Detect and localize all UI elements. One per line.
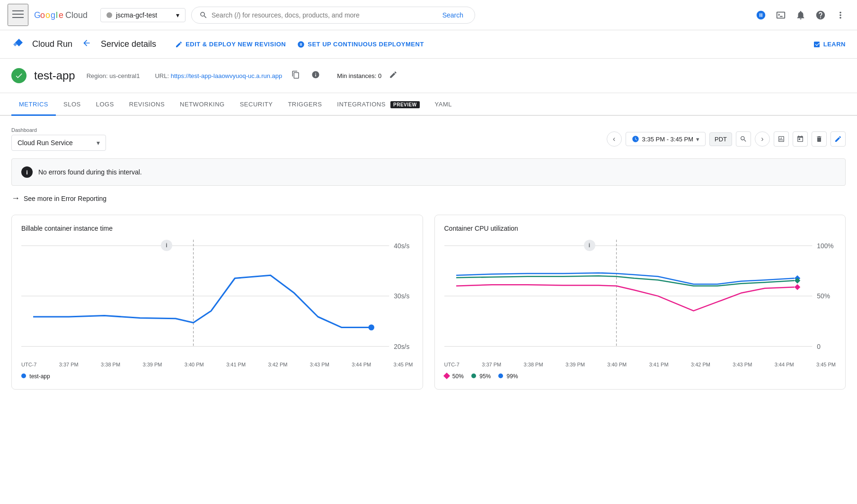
cpu-chart-info-button[interactable]: i xyxy=(584,240,595,251)
service-url-label: URL: https://test-app-laaowvyuoq-uc.a.ru… xyxy=(155,72,282,79)
cloud-run-logo: Cloud Run xyxy=(11,37,72,52)
nav-icons xyxy=(752,6,849,24)
info-button[interactable] xyxy=(309,69,322,83)
svg-point-14 xyxy=(368,324,374,330)
svg-text:Cloud: Cloud xyxy=(65,10,88,20)
svg-text:o: o xyxy=(45,10,50,20)
line50-end xyxy=(794,284,800,290)
svg-text:G: G xyxy=(34,10,41,20)
service-name: test-app xyxy=(34,69,75,82)
learn-button[interactable]: LEARN xyxy=(813,41,846,48)
svg-text:0: 0 xyxy=(817,343,821,350)
service-status-icon xyxy=(11,68,27,83)
info-icon-circle: i xyxy=(21,166,33,178)
page-title: Service details xyxy=(101,39,156,49)
dashboard-select[interactable]: Cloud Run Service ▾ xyxy=(11,135,106,151)
error-reporting-label: See more in Error Reporting xyxy=(24,195,106,202)
cloud-run-title: Cloud Run xyxy=(32,39,72,49)
cpu-chart-card: Container CPU utilization i xyxy=(434,215,846,390)
tab-revisions[interactable]: REVISIONS xyxy=(122,94,172,116)
tab-security[interactable]: SECURITY xyxy=(232,94,281,116)
cpu-chart-title: Container CPU utilization xyxy=(444,225,836,232)
charts-row: Billable container instance time i 40s/s xyxy=(11,215,846,390)
edit-deploy-button[interactable]: EDIT & DEPLOY NEW REVISION xyxy=(175,41,286,48)
service-info-bar: test-app Region: us-central1 URL: https:… xyxy=(0,59,857,93)
cpu-chart-area: i xyxy=(444,240,836,367)
time-range-value: 3:35 PM - 3:45 PM xyxy=(642,136,693,143)
tab-yaml[interactable]: YAML xyxy=(427,94,459,116)
notifications-button[interactable] xyxy=(792,6,810,24)
service-header: Cloud Run Service details EDIT & DEPLOY … xyxy=(0,30,857,59)
time-next-button[interactable]: › xyxy=(755,131,770,147)
preview-badge: PREVIEW xyxy=(390,101,420,108)
search-bar[interactable]: Search xyxy=(191,7,475,24)
top-navigation: G o o g l e Cloud jscma-gcf-test ▾ Searc… xyxy=(0,0,857,30)
legend-diamond-50 xyxy=(443,373,450,379)
cpu-x-labels: UTC-7 3:37 PM 3:38 PM 3:39 PM 3:40 PM 3:… xyxy=(444,362,836,367)
time-controls: ‹ 3:35 PM - 3:45 PM ▾ PDT › xyxy=(607,131,846,147)
zoom-button[interactable] xyxy=(736,131,751,147)
project-dot xyxy=(106,12,112,18)
dashboard-selector-wrapper: Dashboard Cloud Run Service ▾ xyxy=(11,127,106,151)
tab-networking[interactable]: NETWORKING xyxy=(172,94,232,116)
service-url-link[interactable]: https://test-app-laaowvyuoq-uc.a.run.app xyxy=(171,72,283,79)
google-cloud-logo: G o o g l e Cloud xyxy=(34,9,91,21)
dashboard-controls: Dashboard Cloud Run Service ▾ ‹ 3:35 PM … xyxy=(11,127,846,151)
legend-dot-99 xyxy=(498,374,503,378)
metrics-content: Dashboard Cloud Run Service ▾ ‹ 3:35 PM … xyxy=(0,116,857,401)
help-button[interactable] xyxy=(812,6,830,24)
time-range-selector[interactable]: 3:35 PM - 3:45 PM ▾ xyxy=(626,132,706,146)
billable-chart-info-button[interactable]: i xyxy=(161,240,172,251)
billable-chart-area: i 40s/s 30s/s 20s/s xyxy=(21,240,413,367)
billable-chart-card: Billable container instance time i 40s/s xyxy=(11,215,423,390)
tab-integrations[interactable]: INTEGRATIONS PREVIEW xyxy=(329,94,427,116)
tab-logs[interactable]: LOGS xyxy=(88,94,122,116)
project-selector[interactable]: jscma-gcf-test ▾ xyxy=(100,8,186,22)
calendar-button[interactable] xyxy=(793,131,808,147)
cloud-run-icon xyxy=(11,37,27,52)
compare-button[interactable] xyxy=(774,131,789,147)
arrow-right-icon: → xyxy=(11,193,20,203)
svg-text:50%: 50% xyxy=(817,293,830,300)
tab-metrics[interactable]: METRICS xyxy=(11,94,56,116)
delete-button[interactable] xyxy=(812,131,827,147)
chevron-down-icon2: ▾ xyxy=(696,136,699,143)
error-reporting-link[interactable]: → See more in Error Reporting xyxy=(11,193,846,203)
clock-icon xyxy=(632,135,639,143)
svg-text:g: g xyxy=(51,10,55,20)
more-options-button[interactable] xyxy=(831,6,849,24)
time-prev-button[interactable]: ‹ xyxy=(607,131,622,147)
copy-url-button[interactable] xyxy=(290,69,302,83)
edit-dashboard-button[interactable] xyxy=(830,131,846,147)
svg-rect-2 xyxy=(12,17,24,18)
cpu-chart-svg: 100% 50% 0 xyxy=(444,240,836,358)
min-instances: Min instances: 0 xyxy=(337,72,381,79)
svg-text:100%: 100% xyxy=(817,243,833,250)
chevron-down-icon: ▾ xyxy=(176,11,179,19)
timezone-badge: PDT xyxy=(709,132,732,146)
error-banner-text: No errors found during this interval. xyxy=(38,168,142,176)
tab-slos[interactable]: SLOS xyxy=(56,94,88,116)
svg-text:e: e xyxy=(59,10,63,20)
gemini-button[interactable] xyxy=(752,6,770,24)
search-icon xyxy=(199,11,208,19)
project-name: jscma-gcf-test xyxy=(116,11,157,19)
back-button[interactable] xyxy=(80,36,93,52)
edit-min-instances-button[interactable] xyxy=(389,70,398,81)
svg-text:20s/s: 20s/s xyxy=(394,343,409,350)
billable-x-labels: UTC-7 3:37 PM 3:38 PM 3:39 PM 3:40 PM 3:… xyxy=(21,362,413,367)
svg-rect-1 xyxy=(12,14,24,15)
menu-button[interactable] xyxy=(8,4,28,26)
tabs-bar: METRICS SLOS LOGS REVISIONS NETWORKING S… xyxy=(0,93,857,116)
continuous-deploy-button[interactable]: SET UP CONTINUOUS DEPLOYMENT xyxy=(297,41,424,48)
billable-chart-svg: 40s/s 30s/s 20s/s xyxy=(21,240,413,358)
terminal-button[interactable] xyxy=(772,6,790,24)
search-button[interactable]: Search xyxy=(439,11,467,19)
svg-text:40s/s: 40s/s xyxy=(394,243,409,250)
search-input[interactable] xyxy=(212,11,435,19)
tab-triggers[interactable]: TRIGGERS xyxy=(280,94,329,116)
service-region: Region: us-central1 xyxy=(87,72,140,79)
chevron-down-icon: ▾ xyxy=(97,139,100,147)
billable-chart-title: Billable container instance time xyxy=(21,225,413,232)
billable-chart-legend: test-app xyxy=(21,373,413,380)
